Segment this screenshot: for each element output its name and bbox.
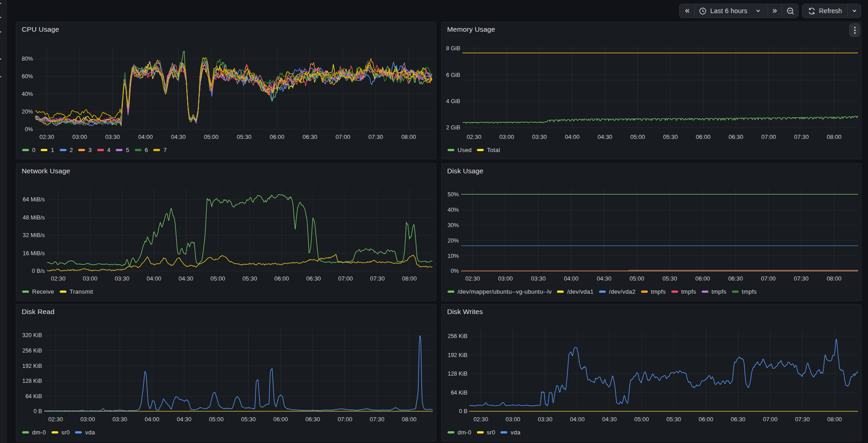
svg-text:08:00: 08:00 [402, 275, 417, 282]
svg-text:128 KiB: 128 KiB [22, 378, 42, 384]
svg-text:40%: 40% [448, 207, 459, 213]
svg-text:06:00: 06:00 [274, 275, 289, 282]
svg-text:03:30: 03:30 [531, 275, 546, 282]
svg-text:06:30: 06:30 [306, 416, 321, 423]
svg-text:05:00: 05:00 [630, 133, 645, 140]
svg-text:0 B: 0 B [459, 408, 467, 414]
svg-text:0 B: 0 B [33, 408, 42, 414]
svg-text:10%: 10% [448, 253, 459, 259]
svg-text:6 GiB: 6 GiB [446, 72, 460, 78]
svg-text:03:00: 03:00 [498, 275, 513, 282]
svg-text:256 KiB: 256 KiB [448, 333, 467, 339]
svg-text:07:30: 07:30 [794, 275, 809, 282]
svg-text:03:30: 03:30 [532, 133, 547, 140]
svg-text:05:00: 05:00 [204, 133, 219, 140]
svg-text:20%: 20% [448, 238, 459, 244]
svg-text:05:30: 05:30 [663, 133, 678, 140]
svg-text:30%: 30% [448, 222, 459, 229]
svg-text:07:30: 07:30 [794, 133, 809, 140]
svg-text:04:00: 04:00 [570, 416, 585, 423]
svg-text:07:00: 07:00 [761, 133, 776, 140]
svg-text:07:00: 07:00 [338, 416, 353, 423]
svg-text:32 MiB/s: 32 MiB/s [23, 232, 45, 238]
svg-text:08:00: 08:00 [401, 133, 416, 140]
svg-text:04:00: 04:00 [146, 275, 161, 282]
svg-text:03:00: 03:00 [72, 133, 87, 140]
svg-text:16 MiB/s: 16 MiB/s [23, 250, 45, 257]
svg-text:04:30: 04:30 [602, 416, 617, 423]
svg-text:0%: 0% [451, 268, 459, 274]
svg-text:06:30: 06:30 [731, 416, 745, 423]
svg-text:07:00: 07:00 [763, 416, 778, 423]
svg-text:08:00: 08:00 [402, 416, 417, 423]
svg-text:03:00: 03:00 [83, 275, 98, 282]
svg-text:06:00: 06:00 [273, 416, 288, 423]
svg-text:07:00: 07:00 [761, 275, 776, 282]
svg-text:08:00: 08:00 [827, 416, 842, 423]
svg-text:02:30: 02:30 [473, 416, 488, 423]
svg-text:05:00: 05:00 [209, 416, 224, 423]
svg-text:05:00: 05:00 [634, 416, 649, 423]
svg-text:03:30: 03:30 [115, 275, 130, 282]
svg-text:04:00: 04:00 [145, 416, 160, 423]
svg-text:04:30: 04:30 [171, 133, 186, 140]
svg-text:03:00: 03:00 [80, 416, 95, 423]
svg-text:02:30: 02:30 [51, 275, 66, 282]
svg-text:04:00: 04:00 [138, 133, 153, 140]
svg-text:0 B/s: 0 B/s [32, 268, 45, 274]
svg-text:05:30: 05:30 [241, 416, 256, 423]
svg-text:05:30: 05:30 [242, 275, 257, 282]
svg-text:64 MiB/s: 64 MiB/s [23, 196, 45, 203]
svg-text:08:00: 08:00 [827, 133, 842, 140]
svg-text:03:30: 03:30 [538, 416, 552, 423]
svg-text:40%: 40% [22, 91, 33, 97]
svg-text:05:30: 05:30 [237, 133, 252, 140]
svg-text:05:30: 05:30 [666, 416, 681, 423]
svg-text:2 GiB: 2 GiB [446, 124, 460, 131]
svg-text:80%: 80% [22, 56, 33, 62]
svg-text:03:00: 03:00 [500, 133, 514, 140]
svg-text:04:30: 04:30 [597, 275, 612, 282]
svg-text:48 MiB/s: 48 MiB/s [23, 214, 45, 221]
svg-text:50%: 50% [448, 191, 459, 198]
svg-text:06:00: 06:00 [270, 133, 285, 140]
svg-text:02:30: 02:30 [467, 133, 481, 140]
svg-text:03:30: 03:30 [113, 416, 127, 423]
svg-text:04:00: 04:00 [564, 275, 579, 282]
svg-text:20%: 20% [22, 109, 33, 115]
svg-text:06:00: 06:00 [698, 416, 713, 423]
svg-text:07:30: 07:30 [368, 133, 383, 140]
svg-text:02:30: 02:30 [48, 416, 63, 423]
svg-text:60%: 60% [22, 73, 33, 80]
svg-text:192 KiB: 192 KiB [448, 352, 467, 358]
svg-text:06:30: 06:30 [302, 133, 317, 140]
svg-text:06:30: 06:30 [306, 275, 321, 282]
svg-text:05:00: 05:00 [630, 275, 645, 282]
svg-text:07:00: 07:00 [338, 275, 353, 282]
svg-text:04:00: 04:00 [565, 133, 580, 140]
svg-text:4 GiB: 4 GiB [446, 98, 460, 105]
svg-text:192 KiB: 192 KiB [22, 363, 42, 369]
svg-text:07:30: 07:30 [370, 416, 385, 423]
svg-text:04:30: 04:30 [177, 416, 192, 423]
svg-text:06:30: 06:30 [729, 133, 744, 140]
svg-text:07:00: 07:00 [335, 133, 350, 140]
svg-text:8 GiB: 8 GiB [446, 45, 460, 52]
svg-text:06:30: 06:30 [728, 275, 743, 282]
svg-text:08:00: 08:00 [827, 275, 842, 282]
svg-text:05:00: 05:00 [211, 275, 226, 282]
svg-text:0%: 0% [25, 126, 33, 133]
svg-text:07:30: 07:30 [370, 275, 385, 282]
svg-text:06:00: 06:00 [696, 133, 711, 140]
svg-text:02:30: 02:30 [39, 133, 54, 140]
svg-text:06:00: 06:00 [695, 275, 710, 282]
svg-text:03:00: 03:00 [505, 416, 520, 423]
svg-text:256 KiB: 256 KiB [22, 348, 42, 354]
svg-text:64 KiB: 64 KiB [451, 390, 467, 396]
svg-text:04:30: 04:30 [179, 275, 193, 282]
svg-text:03:30: 03:30 [105, 133, 120, 140]
svg-text:05:30: 05:30 [662, 275, 677, 282]
svg-text:128 KiB: 128 KiB [448, 371, 467, 377]
svg-text:320 KiB: 320 KiB [22, 332, 42, 338]
svg-text:02:30: 02:30 [465, 275, 480, 282]
